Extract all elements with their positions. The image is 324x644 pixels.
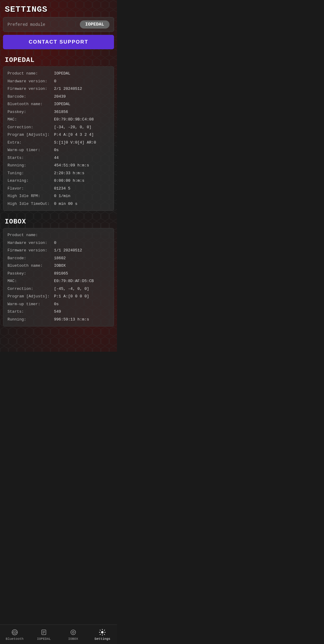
iobox-section-title: IOBOX [0,215,117,228]
table-row: Tuning:2:20:33 h:m:s [8,169,110,177]
info-key: Extra: [8,140,54,146]
info-key: Learning: [8,178,54,184]
info-key: Program [Adjusts]: [8,132,54,138]
table-row: Product name:IOPEDAL [8,70,110,77]
table-row: Product name: [8,231,110,239]
table-row: Warm-up timer:0s [8,300,110,308]
table-row: Passkey:361856 [8,108,110,116]
info-val: [-45, -4, 0, 0] [54,286,89,292]
info-key: Hardware version: [8,78,54,84]
info-key: Passkey: [8,271,54,277]
table-row: MAC:E0:79:8D:9B:C4:08 [8,116,110,123]
iobox-info-card: Product name:Hardware version:0Firmware … [3,228,114,327]
info-key: Firmware version: [8,86,54,92]
table-row: Firmware version:2/1 20240512 [8,85,110,93]
info-val: 0s [54,301,59,307]
info-key: Barcode: [8,94,54,100]
table-row: High Idle TimeOut:0 min 00 s [8,200,110,208]
iopedal-section-title: IOPEDAL [0,53,117,66]
info-key: MAC: [8,117,54,123]
table-row: Running:996:59:13 h:m:s [8,316,110,324]
contact-support-button[interactable]: CONTACT SUPPORT [3,35,114,49]
info-key: Barcode: [8,255,54,261]
table-row: Starts:549 [8,308,110,316]
info-val: E0:79:8D:AF:D5:CB [54,278,94,284]
table-row: Running:454:51:09 h:m:s [8,162,110,169]
info-key: Starts: [8,309,54,315]
info-val: 0 1/min [54,193,70,199]
table-row: MAC:E0:79:8D:AF:D5:CB [8,277,110,285]
table-row: Barcode:20439 [8,93,110,101]
info-key: Bluetooth name: [8,263,54,269]
info-val: 44 [54,155,59,161]
info-val: 891065 [54,271,68,277]
info-val: 2/1 20240512 [54,86,82,92]
table-row: Passkey:891065 [8,270,110,278]
table-row: Firmware version:1/1 20240512 [8,247,110,254]
info-key: Warm-up timer: [8,301,54,307]
info-key: Starts: [8,155,54,161]
info-val: 2:20:33 h:m:s [54,170,84,176]
info-key: Flavor: [8,186,54,192]
table-row: Warm-up timer:0s [8,146,110,154]
info-key: Warm-up timer: [8,147,54,153]
info-val: 0 [54,78,56,84]
info-key: Bluetooth name: [8,101,54,107]
info-val: 20439 [54,94,66,100]
info-val: 0s [54,147,59,153]
info-val: 454:51:09 h:m:s [54,163,89,169]
info-val: P:4 A:[0 4 3 2 4] [54,132,94,138]
table-row: Starts:44 [8,154,110,162]
info-val: IOPEDAL [54,101,70,107]
table-row: Extra:S:[1]0 V:0[4] AR:0 [8,139,110,147]
info-val: IOPEDAL [54,71,70,77]
info-key: Correction: [8,286,54,292]
info-val: S:[1]0 V:0[4] AR:0 [54,140,96,146]
info-val: IOBOX [54,263,66,269]
info-key: Product name: [8,232,54,238]
info-val: 1/1 20240512 [54,248,82,254]
info-val: 0 min 00 s [54,201,77,207]
info-val: 549 [54,309,61,315]
info-val: [-34, -20, 0, 0] [54,124,92,130]
page-title: SETTINGS [0,0,117,17]
info-val: 0:00:00 h:m:s [54,178,84,184]
info-val: 996:59:13 h:m:s [54,317,89,323]
info-val: 361856 [54,109,68,115]
table-row: Program [Adjusts]:P:1 A:[0 0 0 0] [8,293,110,300]
info-key: Hardware version: [8,240,54,246]
info-key: Firmware version: [8,248,54,254]
info-val: P:1 A:[0 0 0 0] [54,293,89,299]
table-row: Learning:0:00:00 h:m:s [8,177,110,185]
table-row: Bluetooth name:IOPEDAL [8,100,110,108]
info-key: High Idle RPM: [8,193,54,199]
table-row: High Idle RPM:0 1/min [8,192,110,200]
info-val: 18602 [54,255,66,261]
info-val: 01234 5 [54,186,70,192]
preferred-module-label: Prefered module [8,22,45,27]
table-row: Correction:[-45, -4, 0, 0] [8,285,110,293]
info-key: Program [Adjusts]: [8,293,54,299]
info-val: E0:79:8D:9B:C4:08 [54,117,94,123]
table-row: Program [Adjusts]:P:4 A:[0 4 3 2 4] [8,131,110,139]
preferred-module-row: Prefered module IOPEDAL [3,17,114,32]
table-row: Correction:[-34, -20, 0, 0] [8,123,110,131]
info-key: Correction: [8,124,54,130]
info-key: Product name: [8,71,54,77]
table-row: Hardware version:0 [8,77,110,85]
table-row: Barcode:18602 [8,254,110,262]
iopedal-info-card: Product name:IOPEDALHardware version:0Fi… [3,66,114,211]
info-key: Running: [8,163,54,169]
table-row: Hardware version:0 [8,239,110,247]
info-key: Tuning: [8,170,54,176]
table-row: Flavor:01234 5 [8,185,110,193]
info-key: High Idle TimeOut: [8,201,54,207]
page-content: SETTINGS Prefered module IOPEDAL CONTACT… [0,0,117,352]
preferred-module-value: IOPEDAL [80,20,110,29]
info-val: 0 [54,240,56,246]
table-row: Bluetooth name:IOBOX [8,262,110,270]
info-key: Running: [8,317,54,323]
info-key: Passkey: [8,109,54,115]
info-key: MAC: [8,278,54,284]
